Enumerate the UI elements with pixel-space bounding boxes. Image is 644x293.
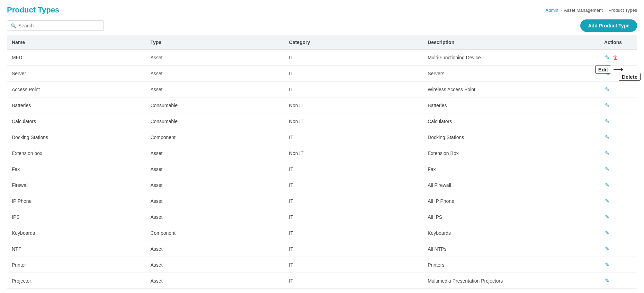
edit-button[interactable]: ✎ bbox=[604, 197, 610, 205]
cell-actions: ✎ bbox=[599, 209, 637, 225]
cell-type: Component bbox=[145, 225, 284, 241]
edit-button[interactable]: ✎ bbox=[604, 165, 610, 173]
table-row: Projector Asset IT Multimedia Presentati… bbox=[7, 273, 637, 289]
edit-button[interactable]: ✎ bbox=[604, 149, 610, 157]
cell-description: Docking Stations bbox=[423, 129, 599, 145]
cell-description: Calculators bbox=[423, 113, 599, 129]
search-box[interactable]: 🔍 bbox=[7, 20, 104, 31]
cell-category: IT bbox=[284, 129, 423, 145]
edit-button[interactable]: ✎ bbox=[604, 85, 610, 93]
breadcrumb-sep-2: › bbox=[605, 8, 606, 13]
cell-name: Fax bbox=[7, 161, 145, 177]
page-title: Product Types bbox=[7, 6, 59, 15]
col-header-actions: Actions bbox=[599, 35, 637, 50]
cell-name: IP Phone bbox=[7, 193, 145, 209]
cell-category: Non IT bbox=[284, 113, 423, 129]
cell-name: IPS bbox=[7, 209, 145, 225]
table-row: Server Asset IT Servers ✎ bbox=[7, 66, 637, 81]
cell-name: Docking Stations bbox=[7, 129, 145, 145]
breadcrumb-asset-management: Asset Management bbox=[564, 8, 603, 13]
cell-name: Server bbox=[7, 66, 145, 81]
cell-description: All Firewall bbox=[423, 177, 599, 193]
cell-category: IT bbox=[284, 257, 423, 273]
table-row: Fax Asset IT Fax ✎ bbox=[7, 161, 637, 177]
edit-button[interactable]: ✎ bbox=[604, 53, 610, 61]
cell-description: Batteries bbox=[423, 97, 599, 113]
cell-name: Calculators bbox=[7, 113, 145, 129]
cell-actions: ✎ bbox=[599, 161, 637, 177]
delete-button[interactable]: 🗑 bbox=[612, 54, 619, 61]
cell-name: Extension box bbox=[7, 145, 145, 161]
cell-name: Access Point bbox=[7, 81, 145, 97]
table-row: IPS Asset IT All IPS ✎ bbox=[7, 209, 637, 225]
cell-type: Asset bbox=[145, 193, 284, 209]
cell-category: IT bbox=[284, 289, 423, 293]
table-row: Calculators Consumable Non IT Calculator… bbox=[7, 113, 637, 129]
cell-actions: ✎ bbox=[599, 241, 637, 257]
table-row: Keyboards Component IT Keyboards ✎ bbox=[7, 225, 637, 241]
cell-type: Asset bbox=[145, 241, 284, 257]
table-row: Printer Asset IT Printers ✎ bbox=[7, 257, 637, 273]
cell-type: Asset bbox=[145, 145, 284, 161]
product-types-table: Name Type Category Description bbox=[7, 35, 637, 293]
search-input[interactable] bbox=[18, 23, 100, 28]
edit-button[interactable]: ✎ bbox=[604, 277, 610, 285]
cell-category: Non IT bbox=[284, 97, 423, 113]
cell-description: Keyboards bbox=[423, 225, 599, 241]
edit-button[interactable]: ✎ bbox=[604, 245, 610, 253]
cell-category: IT bbox=[284, 161, 423, 177]
cell-category: IT bbox=[284, 66, 423, 81]
cell-description: Multimedia Presentation Projectors bbox=[423, 273, 599, 289]
edit-button[interactable]: ✎ bbox=[604, 101, 610, 109]
cell-name: Projector bbox=[7, 273, 145, 289]
breadcrumb-sep-1: › bbox=[560, 8, 562, 13]
cell-actions: ✎ bbox=[599, 273, 637, 289]
cell-type: Asset bbox=[145, 209, 284, 225]
cell-type: Component bbox=[145, 129, 284, 145]
header-row: Product Types Admin › Asset Management ›… bbox=[7, 6, 637, 15]
cell-description: All IP Phone bbox=[423, 193, 599, 209]
table-row: Rack Asset IT Rack ✎ bbox=[7, 289, 637, 293]
table-row: NTP Asset IT All NTPs ✎ bbox=[7, 241, 637, 257]
edit-button[interactable]: ✎ bbox=[604, 117, 610, 125]
cell-actions: ✎ bbox=[599, 145, 637, 161]
cell-actions: ✎ bbox=[599, 177, 637, 193]
page-container: Product Types Admin › Asset Management ›… bbox=[0, 0, 644, 293]
cell-actions: ✎ bbox=[599, 193, 637, 209]
cell-description: Multi-Functioning Device. bbox=[423, 50, 599, 66]
edit-button[interactable]: ✎ bbox=[604, 261, 610, 269]
cell-actions: ✎ bbox=[599, 113, 637, 129]
cell-description: Printers bbox=[423, 257, 599, 273]
cell-description: Wireless Access Point bbox=[423, 81, 599, 97]
cell-description: All IPS bbox=[423, 209, 599, 225]
cell-type: Consumable bbox=[145, 113, 284, 129]
cell-type: Asset bbox=[145, 257, 284, 273]
cell-actions: ✎ bbox=[599, 129, 637, 145]
cell-category: IT bbox=[284, 241, 423, 257]
col-header-description: Description bbox=[423, 35, 599, 50]
col-header-category: Category bbox=[284, 35, 423, 50]
cell-name: Keyboards bbox=[7, 225, 145, 241]
cell-name: NTP bbox=[7, 241, 145, 257]
cell-type: Asset bbox=[145, 177, 284, 193]
cell-category: IT bbox=[284, 50, 423, 66]
cell-name: Rack bbox=[7, 289, 145, 293]
table-row: Extension box Asset Non IT Extension Box… bbox=[7, 145, 637, 161]
add-product-type-button[interactable]: Add Product Type bbox=[580, 19, 637, 32]
cell-category: IT bbox=[284, 193, 423, 209]
table-row: IP Phone Asset IT All IP Phone ✎ bbox=[7, 193, 637, 209]
edit-button[interactable]: ✎ bbox=[604, 133, 610, 141]
edit-button[interactable]: ✎ bbox=[604, 213, 610, 221]
table-row: Access Point Asset IT Wireless Access Po… bbox=[7, 81, 637, 97]
edit-button[interactable]: ✎ bbox=[604, 69, 610, 77]
table-header: Name Type Category Description bbox=[7, 35, 637, 50]
cell-actions: ✎ bbox=[599, 225, 637, 241]
edit-button[interactable]: ✎ bbox=[604, 229, 610, 237]
cell-actions: ✎ bbox=[599, 97, 637, 113]
cell-type: Asset bbox=[145, 289, 284, 293]
cell-type: Consumable bbox=[145, 97, 284, 113]
table-row: Firewall Asset IT All Firewall ✎ bbox=[7, 177, 637, 193]
cell-type: Asset bbox=[145, 66, 284, 81]
edit-button[interactable]: ✎ bbox=[604, 181, 610, 189]
breadcrumb-admin[interactable]: Admin bbox=[546, 8, 558, 13]
